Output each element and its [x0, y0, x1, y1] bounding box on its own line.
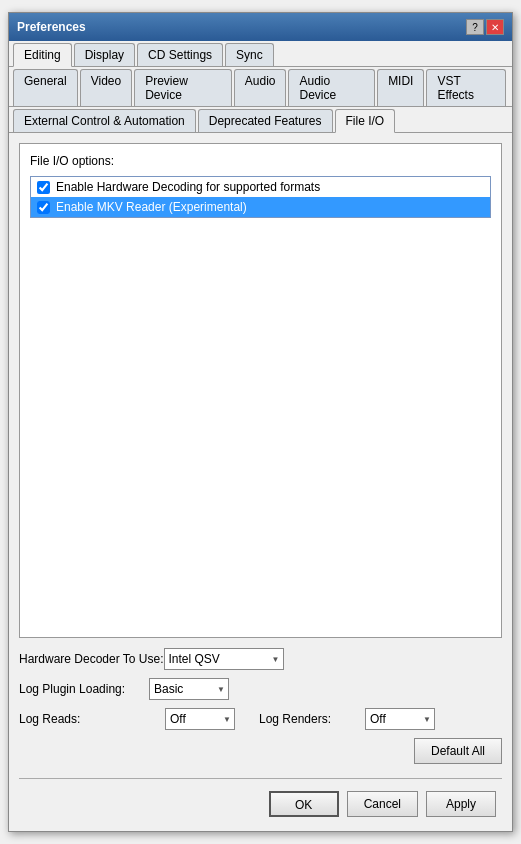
tab-cd-settings[interactable]: CD Settings: [137, 43, 223, 66]
bottom-buttons: OK Cancel Apply: [19, 787, 502, 821]
tab-preview-device[interactable]: Preview Device: [134, 69, 232, 106]
log-reads-select-wrapper: Off On: [165, 708, 235, 730]
window-title: Preferences: [17, 20, 86, 34]
mkv-reader-checkbox[interactable]: [37, 201, 50, 214]
tab-deprecated[interactable]: Deprecated Features: [198, 109, 333, 132]
log-reads-row: Log Reads: Off On Log Renders: Off On: [19, 708, 502, 730]
hw-decoding-checkbox[interactable]: [37, 181, 50, 194]
file-io-group: File I/O options: Enable Hardware Decodi…: [19, 143, 502, 638]
log-plugin-select[interactable]: Basic Verbose Off: [149, 678, 229, 700]
tab-audio-device[interactable]: Audio Device: [288, 69, 375, 106]
tab-general[interactable]: General: [13, 69, 78, 106]
log-renders-label: Log Renders:: [259, 712, 349, 726]
mkv-reader-label: Enable MKV Reader (Experimental): [56, 200, 247, 214]
list-item-selected[interactable]: Enable MKV Reader (Experimental): [31, 197, 490, 217]
hw-decoder-select-wrapper: Intel QSV NVENC AMD Auto: [164, 648, 284, 670]
options-list: Enable Hardware Decoding for supported f…: [30, 176, 491, 218]
log-plugin-label: Log Plugin Loading:: [19, 682, 149, 696]
help-button[interactable]: ?: [466, 19, 484, 35]
ok-button[interactable]: OK: [269, 791, 339, 817]
settings-area: Hardware Decoder To Use: Intel QSV NVENC…: [19, 648, 502, 774]
apply-button[interactable]: Apply: [426, 791, 496, 817]
hw-decoder-select[interactable]: Intel QSV NVENC AMD Auto: [164, 648, 284, 670]
hw-decoder-row: Hardware Decoder To Use: Intel QSV NVENC…: [19, 648, 502, 670]
separator: [19, 778, 502, 779]
hw-decoding-label: Enable Hardware Decoding for supported f…: [56, 180, 320, 194]
log-reads-select[interactable]: Off On: [165, 708, 235, 730]
tab-sync[interactable]: Sync: [225, 43, 274, 66]
log-plugin-select-wrapper: Basic Verbose Off: [149, 678, 229, 700]
title-bar-buttons: ? ✕: [466, 19, 504, 35]
close-button[interactable]: ✕: [486, 19, 504, 35]
tab-row-3: External Control & Automation Deprecated…: [9, 107, 512, 133]
tab-display[interactable]: Display: [74, 43, 135, 66]
list-item[interactable]: Enable Hardware Decoding for supported f…: [31, 177, 490, 197]
log-renders-select[interactable]: Off On: [365, 708, 435, 730]
log-renders-select-wrapper: Off On: [365, 708, 435, 730]
tab-editing[interactable]: Editing: [13, 43, 72, 67]
tab-audio[interactable]: Audio: [234, 69, 287, 106]
tab-midi[interactable]: MIDI: [377, 69, 424, 106]
group-title: File I/O options:: [30, 154, 491, 168]
title-bar: Preferences ? ✕: [9, 13, 512, 41]
default-all-button[interactable]: Default All: [414, 738, 502, 764]
content-area: File I/O options: Enable Hardware Decodi…: [9, 133, 512, 831]
cancel-button[interactable]: Cancel: [347, 791, 418, 817]
log-plugin-row: Log Plugin Loading: Basic Verbose Off: [19, 678, 502, 700]
hw-decoder-label: Hardware Decoder To Use:: [19, 652, 164, 666]
tab-row-1: Editing Display CD Settings Sync: [9, 41, 512, 67]
tab-video[interactable]: Video: [80, 69, 132, 106]
tab-file-io[interactable]: File I/O: [335, 109, 396, 133]
tab-row-2: General Video Preview Device Audio Audio…: [9, 67, 512, 107]
tab-external-control[interactable]: External Control & Automation: [13, 109, 196, 132]
tab-vst-effects[interactable]: VST Effects: [426, 69, 506, 106]
default-all-row: Default All: [19, 738, 502, 764]
log-reads-label: Log Reads:: [19, 712, 149, 726]
preferences-window: Preferences ? ✕ Editing Display CD Setti…: [8, 12, 513, 832]
